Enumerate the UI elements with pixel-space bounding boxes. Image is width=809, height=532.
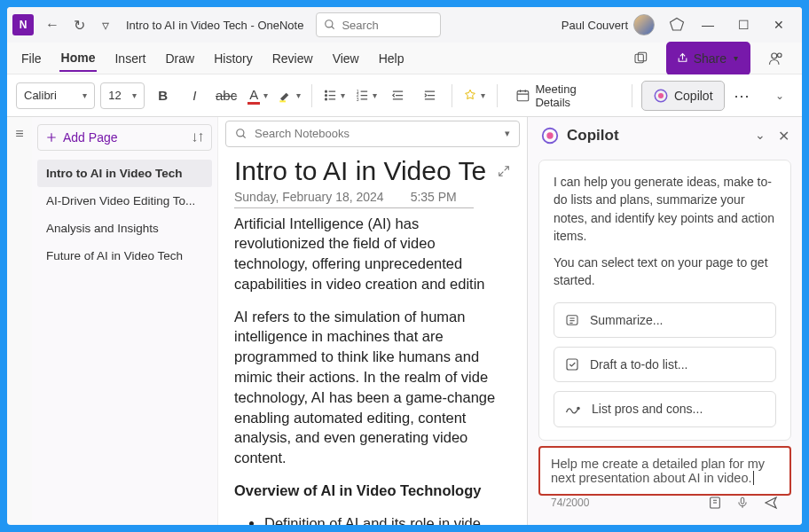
copilot-panel: Copilot ⌄ ✕ I can help you generate idea… xyxy=(527,117,802,525)
menu-history[interactable]: History xyxy=(212,46,255,71)
svg-point-9 xyxy=(326,95,327,97)
menu-insert[interactable]: Insert xyxy=(113,46,147,71)
svg-text:3: 3 xyxy=(356,97,358,102)
numbered-list-button[interactable]: 123 xyxy=(353,82,380,109)
sort-icon[interactable] xyxy=(192,131,204,144)
tags-button[interactable] xyxy=(461,82,488,109)
svg-point-5 xyxy=(778,53,782,58)
send-button[interactable] xyxy=(763,496,779,510)
menu-draw[interactable]: Draw xyxy=(163,46,196,71)
nav-toggle[interactable]: ≡ xyxy=(7,117,32,525)
copilot-input-footer: 74/2000 xyxy=(538,496,791,517)
note-heading[interactable]: Overview of AI in Video Technology xyxy=(234,482,481,498)
page-item[interactable]: Future of AI in Video Tech xyxy=(37,242,212,270)
character-counter: 74/2000 xyxy=(551,497,589,509)
copilot-prompt-input[interactable]: Help me create a detailed plan for my ne… xyxy=(538,446,791,496)
svg-point-11 xyxy=(326,98,327,100)
dropdown-button[interactable]: ▿ xyxy=(92,12,119,38)
add-page-button[interactable]: Add Page xyxy=(37,124,212,151)
chevron-down-icon[interactable]: ⌄ xyxy=(755,128,766,145)
maximize-button[interactable]: ☐ xyxy=(726,9,761,41)
copilot-header: Copilot ⌄ ✕ xyxy=(528,117,802,154)
onenote-app-icon: N xyxy=(12,14,34,35)
copilot-suggestion-summarize[interactable]: Summarize... xyxy=(554,302,776,338)
copilot-suggestion-proscons[interactable]: List pros and cons... xyxy=(554,391,776,426)
open-in-app-icon[interactable] xyxy=(627,45,654,72)
share-icon xyxy=(677,52,688,64)
highlight-button[interactable] xyxy=(277,82,303,109)
svg-point-33 xyxy=(237,129,244,137)
document-title: Intro to AI in Video Tech - OneNote xyxy=(126,19,303,32)
notebook-context-icon[interactable] xyxy=(708,496,722,510)
list-icon xyxy=(565,313,579,327)
bullet-list-button[interactable] xyxy=(321,82,348,109)
chevron-down-icon[interactable]: ▾ xyxy=(505,128,510,139)
page-item[interactable]: Intro to AI in Video Tech xyxy=(37,160,212,187)
outdent-button[interactable] xyxy=(385,82,412,109)
note-date: Sunday, February 18, 2024 xyxy=(234,190,384,204)
copilot-intro-card: I can help you generate ideas, make to-d… xyxy=(538,160,791,441)
refresh-button[interactable]: ↻ xyxy=(66,12,92,38)
page-item[interactable]: AI-Driven Video Editing To... xyxy=(37,187,212,215)
copilot-intro-text: You can select text on your page to get … xyxy=(554,254,776,290)
menu-home[interactable]: Home xyxy=(59,45,98,72)
close-button[interactable]: ✕ xyxy=(761,9,797,41)
note-title[interactable]: Intro to AI in Video Te xyxy=(234,156,486,186)
checkbox-icon xyxy=(565,357,579,372)
copilot-suggestion-todo[interactable]: Draft a to-do list... xyxy=(554,347,776,382)
svg-rect-6 xyxy=(279,100,286,102)
calendar-icon xyxy=(515,88,530,103)
svg-rect-2 xyxy=(635,54,643,62)
copilot-title: Copilot xyxy=(567,127,619,145)
svg-point-0 xyxy=(326,20,333,27)
expand-icon[interactable] xyxy=(497,164,511,178)
title-bar: N ← ↻ ▿ Intro to AI in Video Tech - OneN… xyxy=(7,7,802,43)
meeting-details-button[interactable]: Meeting Details xyxy=(507,82,623,110)
svg-point-7 xyxy=(326,90,327,92)
font-color-button[interactable]: A xyxy=(245,82,271,109)
back-button[interactable]: ← xyxy=(39,12,66,38)
page-list-sidebar: Add Page Intro to AI in Video Tech AI-Dr… xyxy=(32,117,218,525)
note-time: 5:35 PM xyxy=(411,190,457,204)
close-icon[interactable]: ✕ xyxy=(778,128,789,145)
svg-point-4 xyxy=(772,53,777,59)
copilot-toolbar-button[interactable]: Copilot xyxy=(641,81,725,111)
page-item[interactable]: Analysis and Insights xyxy=(37,215,212,242)
share-button[interactable]: Share ▾ xyxy=(666,42,750,75)
people-icon[interactable] xyxy=(763,45,789,72)
note-paragraph[interactable]: Artificial Intelligence (AI) has revolut… xyxy=(234,214,511,294)
avatar xyxy=(633,14,655,35)
collapse-ribbon-button[interactable]: ⌄ xyxy=(766,82,793,109)
svg-line-1 xyxy=(332,27,334,29)
premium-icon[interactable] xyxy=(664,12,690,38)
microphone-icon[interactable] xyxy=(736,496,749,510)
format-toolbar: Calibri▾ 12▾ B I abc A 123 Me xyxy=(7,74,802,117)
italic-button[interactable]: I xyxy=(182,82,208,109)
menu-review[interactable]: Review xyxy=(271,46,315,71)
search-icon xyxy=(324,19,336,31)
main-area: ≡ Add Page Intro to AI in Video Tech AI-… xyxy=(7,117,802,525)
font-size-select[interactable]: 12▾ xyxy=(100,82,145,109)
svg-rect-46 xyxy=(741,497,744,504)
note-list-item[interactable]: Definition of AI and its role in vide cr… xyxy=(264,513,511,525)
svg-rect-41 xyxy=(567,359,577,370)
global-search-input[interactable]: Search xyxy=(316,12,440,37)
note-content-area: Search Notebooks ▾ Intro to AI in Video … xyxy=(218,117,527,525)
copilot-intro-text: I can help you generate ideas, make to-d… xyxy=(554,173,776,245)
menu-help[interactable]: Help xyxy=(377,46,406,71)
more-button[interactable]: ⋯ xyxy=(730,82,757,109)
notebook-search-input[interactable]: Search Notebooks ▾ xyxy=(225,121,520,147)
menu-view[interactable]: View xyxy=(331,46,361,71)
menu-file[interactable]: File xyxy=(20,46,43,71)
strikethrough-button[interactable]: abc xyxy=(213,82,240,109)
bold-button[interactable]: B xyxy=(150,82,177,109)
menu-bar: File Home Insert Draw History Review Vie… xyxy=(7,43,802,74)
note-body[interactable]: Intro to AI in Video Te Sunday, February… xyxy=(218,151,527,525)
minimize-button[interactable]: — xyxy=(690,9,726,41)
user-account[interactable]: Paul Couvert xyxy=(562,14,655,35)
highlighter-icon xyxy=(279,89,293,103)
plus-icon xyxy=(45,131,58,144)
indent-button[interactable] xyxy=(416,82,443,109)
note-paragraph[interactable]: AI refers to the simulation of human int… xyxy=(234,307,511,468)
font-family-select[interactable]: Calibri▾ xyxy=(16,82,95,109)
